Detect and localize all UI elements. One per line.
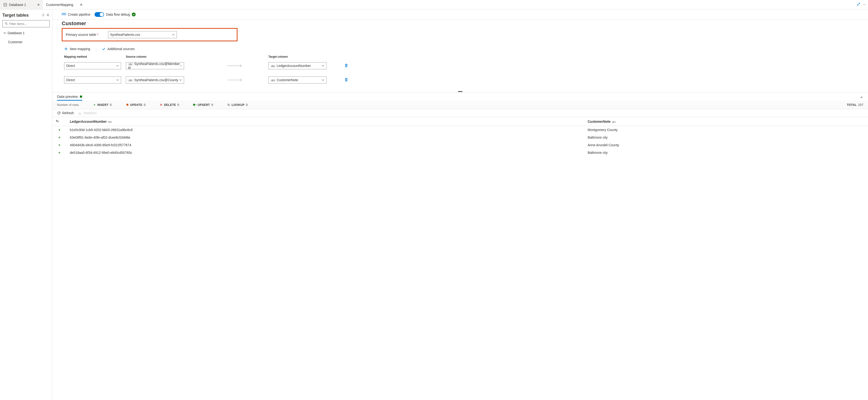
refresh-button[interactable]: Refresh xyxy=(57,111,74,115)
table-row[interactable]: +4904d43b-d4c6-4395-85e9-fc021f577674Ann… xyxy=(52,141,868,149)
primary-source-label: Primary source table * xyxy=(66,33,98,37)
svg-point-1 xyxy=(5,22,7,24)
debug-label: Data flow debug xyxy=(106,12,130,16)
create-pipeline-button[interactable]: Create pipeline xyxy=(62,12,90,17)
additional-sources-label: Additional sources xyxy=(107,47,135,51)
sidebar-title: Target tables xyxy=(2,13,29,18)
stat-insert: + INSERT 0 xyxy=(93,103,112,107)
check-circle-icon xyxy=(132,12,135,16)
cell-note: Baltimore city xyxy=(584,134,868,141)
refresh-icon xyxy=(57,111,61,115)
tree-item-customer[interactable]: Customer xyxy=(2,39,50,45)
cell-note: Anne Arundel County xyxy=(584,141,868,149)
source-column-select[interactable]: abcSyntheaPatients.csv@Member id xyxy=(126,62,184,69)
toolbar: Create pipeline Data flow debug xyxy=(52,9,868,20)
col-header-ledger[interactable]: LedgerAccountNumberabc xyxy=(66,117,584,126)
resize-grip[interactable] xyxy=(52,91,868,92)
mapping-row: Direct abcSyntheaPatients.csv@Member id … xyxy=(64,62,863,69)
database-icon xyxy=(3,3,7,7)
header-target: Target column xyxy=(268,55,344,58)
filter-input[interactable] xyxy=(9,22,49,26)
data-flow-debug-toggle[interactable]: Data flow debug xyxy=(95,12,135,17)
new-mapping-label: New mapping xyxy=(70,47,90,51)
table-row[interactable]: +de518aa5-6f34-4912-99e0-e640cd50765cBal… xyxy=(52,149,868,157)
expand-icon[interactable] xyxy=(857,2,860,7)
tree-child-label: Customer xyxy=(8,40,23,44)
mapping-grid: Mapping method Source column Target colu… xyxy=(62,55,863,84)
mapping-arrow-icon xyxy=(202,64,268,67)
stats-icon xyxy=(78,111,82,115)
primary-source-row: Primary source table * SyntheaPatients.c… xyxy=(62,28,238,41)
tree-root-label: Database 1 xyxy=(8,31,25,35)
filter-input-wrapper[interactable] xyxy=(2,20,50,27)
sidebar: Target tables Database 1 Customer xyxy=(0,9,52,400)
tab-database-1[interactable]: Database 1 xyxy=(0,0,43,9)
stat-update: ✱ UPDATE 0 xyxy=(126,103,146,107)
check-icon xyxy=(102,47,106,51)
tab-label: CustomerMapping xyxy=(46,3,79,7)
delete-mapping-button[interactable] xyxy=(344,64,359,68)
collapse-panel-button[interactable] xyxy=(860,96,863,100)
preview-table-wrap[interactable]: LedgerAccountNumberabc CustomerNoteabc +… xyxy=(52,117,868,400)
upsert-icon: ✱+ xyxy=(193,103,196,106)
source-column-select[interactable]: abcSyntheaPatients.csv@County xyxy=(126,76,184,84)
stat-delete: ✕ DELETE 0 xyxy=(160,103,179,107)
collapse-double-chevron-icon[interactable] xyxy=(46,13,50,17)
toggle-on-icon xyxy=(95,12,104,17)
col-header-note[interactable]: CustomerNoteabc xyxy=(584,117,868,126)
target-column-select[interactable]: abcCustomerNote xyxy=(268,76,327,84)
chevron-updown-icon[interactable] xyxy=(41,13,45,17)
mapping-method-select[interactable]: Direct xyxy=(64,76,121,84)
preview-stats-bar: Number of rows + INSERT 0 ✱ UPDATE 0 ✕ D… xyxy=(52,101,868,109)
refresh-label: Refresh xyxy=(62,111,74,115)
header-source: Source column xyxy=(126,55,202,58)
cell-ledger: de518aa5-6f34-4912-99e0-e640cd50765c xyxy=(66,149,584,157)
section-title: Customer xyxy=(62,21,863,27)
new-mapping-button[interactable]: New mapping xyxy=(64,47,90,51)
svg-point-0 xyxy=(4,3,7,4)
insert-row-icon: + xyxy=(52,126,66,134)
insert-row-icon: + xyxy=(52,149,66,157)
preview-toolbar: Refresh Statistics xyxy=(52,109,868,117)
more-icon[interactable]: ·· xyxy=(863,3,866,7)
table-row[interactable]: +b1e5c90d-1cb9-4202-bb03-26631a9bc6c8Mon… xyxy=(52,126,868,134)
chevron-down-icon xyxy=(3,32,6,34)
chevron-down-icon xyxy=(116,64,119,67)
cell-ledger: b1e5c90d-1cb9-4202-bb03-26631a9bc6c8 xyxy=(66,126,584,134)
main-pane: Create pipeline Data flow debug Customer… xyxy=(52,9,868,400)
insert-row-icon: + xyxy=(52,141,66,149)
preview-table: LedgerAccountNumberabc CustomerNoteabc +… xyxy=(52,117,868,157)
tab-label: Database 1 xyxy=(9,3,36,7)
sort-icon[interactable] xyxy=(56,120,59,124)
cell-note: Baltimore city xyxy=(584,149,868,157)
plus-icon xyxy=(64,47,68,51)
rows-label: Number of rows xyxy=(57,103,79,107)
pipeline-icon xyxy=(62,12,66,17)
cell-ledger: 63e08f91-8a9e-40fe-af02-dcee8c53d48e xyxy=(66,134,584,141)
tab-customer-mapping[interactable]: CustomerMapping xyxy=(43,0,86,9)
primary-source-select[interactable]: SyntheaPatients.csv xyxy=(108,31,177,38)
table-row[interactable]: +63e08f91-8a9e-40fe-af02-dcee8c53d48eBal… xyxy=(52,134,868,141)
dirty-dot-icon xyxy=(80,4,82,6)
status-dot-icon xyxy=(80,95,82,98)
chevron-down-icon xyxy=(180,64,182,67)
primary-source-value: SyntheaPatients.csv xyxy=(110,33,141,37)
stat-total: TOTAL 237 xyxy=(847,103,863,107)
insert-row-icon: + xyxy=(52,134,66,141)
data-preview-tab[interactable]: Data preview xyxy=(57,95,82,101)
delete-mapping-button[interactable] xyxy=(344,78,359,82)
statistics-label: Statistics xyxy=(83,111,97,115)
plus-icon: + xyxy=(93,103,96,106)
data-preview-panel: Data preview Number of rows + INSERT 0 xyxy=(52,92,868,400)
search-icon xyxy=(227,103,230,106)
svg-rect-2 xyxy=(62,13,63,15)
chevron-down-icon xyxy=(172,33,175,36)
cell-ledger: 4904d43b-d4c6-4395-85e9-fc021f577674 xyxy=(66,141,584,149)
mapping-row: Direct abcSyntheaPatients.csv@County abc… xyxy=(64,76,863,84)
tree-root-database-1[interactable]: Database 1 xyxy=(2,30,50,36)
target-column-select[interactable]: abcLedgerAccountNumber xyxy=(268,62,327,69)
stat-lookup: LOOKUP 0 xyxy=(227,103,248,107)
additional-sources-button[interactable]: Additional sources xyxy=(102,47,135,51)
mapping-method-select[interactable]: Direct xyxy=(64,62,121,69)
dirty-dot-icon xyxy=(37,4,39,6)
